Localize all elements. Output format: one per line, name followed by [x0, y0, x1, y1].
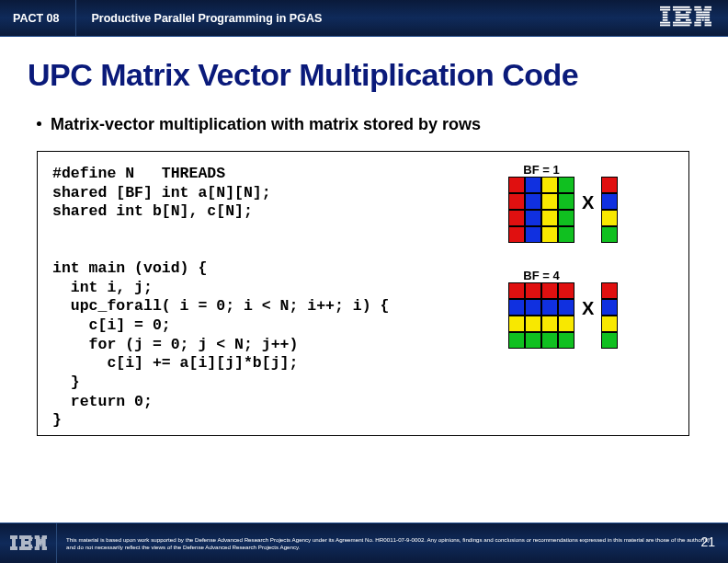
svg-rect-11 [686, 11, 691, 13]
svg-rect-49 [21, 545, 25, 546]
svg-rect-53 [34, 535, 39, 536]
svg-rect-16 [673, 22, 692, 24]
bf4-vector [601, 282, 618, 349]
page-number: 21 [700, 534, 715, 549]
svg-rect-17 [673, 24, 690, 26]
svg-rect-5 [663, 19, 668, 21]
svg-rect-29 [702, 19, 704, 21]
svg-rect-0 [660, 6, 670, 8]
bf4-matrix-wrap: BF = 4 [508, 269, 574, 349]
svg-rect-35 [10, 535, 17, 536]
svg-rect-4 [663, 17, 668, 18]
bf1-matrix [508, 177, 574, 243]
svg-rect-40 [12, 545, 16, 546]
svg-rect-31 [694, 22, 700, 24]
svg-rect-9 [673, 9, 692, 11]
svg-rect-69 [41, 548, 46, 549]
bf4-matrix [508, 282, 574, 349]
svg-rect-7 [660, 24, 670, 26]
bullet-text: Matrix-vector multiplication with matrix… [51, 115, 481, 133]
svg-rect-64 [40, 545, 40, 546]
bf4-group: BF = 4 X [508, 269, 674, 349]
ibm-logo-icon [660, 6, 711, 33]
svg-rect-24 [696, 14, 710, 16]
footer-disclaimer: This material is based upon work support… [57, 536, 728, 551]
svg-rect-6 [660, 22, 670, 24]
slide-title: UPC Matrix Vector Multiplication Code [28, 57, 700, 93]
svg-rect-41 [10, 546, 17, 547]
svg-rect-25 [696, 17, 701, 18]
svg-rect-38 [12, 541, 16, 542]
header-bar: PACT 08 Productive Parallel Programming … [0, 0, 728, 37]
svg-rect-22 [696, 11, 702, 13]
svg-rect-33 [694, 24, 700, 26]
footer-bar: This material is based upon work support… [0, 523, 728, 563]
svg-rect-26 [701, 17, 705, 18]
x-label-2: X [582, 298, 594, 319]
svg-rect-67 [41, 546, 46, 547]
svg-rect-32 [705, 22, 711, 24]
svg-rect-15 [686, 19, 691, 21]
svg-rect-45 [21, 539, 25, 540]
svg-rect-19 [705, 6, 711, 8]
diagrams: BF = 1 X BF = 4 X [508, 163, 674, 349]
svg-rect-47 [21, 541, 31, 542]
svg-rect-1 [660, 9, 670, 11]
bf1-group: BF = 1 X [508, 163, 674, 243]
svg-rect-30 [705, 19, 711, 21]
svg-rect-36 [10, 537, 17, 538]
svg-rect-14 [676, 19, 681, 21]
svg-rect-50 [28, 545, 32, 546]
slide-content: UPC Matrix Vector Multiplication Code Ma… [0, 37, 728, 436]
svg-rect-2 [663, 11, 668, 13]
code-box: #define N THREADS shared [BF] int a[N][N… [37, 151, 689, 436]
header-tab: PACT 08 [0, 0, 76, 36]
svg-rect-20 [694, 9, 701, 11]
svg-rect-10 [676, 11, 681, 13]
svg-rect-12 [676, 14, 689, 16]
svg-rect-13 [676, 17, 689, 18]
svg-rect-43 [19, 535, 31, 536]
svg-rect-28 [696, 19, 701, 21]
svg-rect-51 [19, 546, 33, 547]
bullet-dot-icon [37, 121, 41, 126]
bullet-line: Matrix-vector multiplication with matrix… [37, 115, 700, 134]
svg-rect-65 [41, 545, 45, 546]
bf1-label: BF = 1 [523, 163, 559, 177]
svg-rect-48 [21, 543, 31, 544]
svg-rect-57 [36, 539, 40, 540]
x-label-1: X [582, 192, 594, 213]
svg-rect-68 [34, 548, 39, 549]
bf1-vector [601, 177, 618, 243]
svg-rect-54 [41, 535, 46, 536]
svg-rect-62 [41, 543, 45, 544]
bf1-matrix-wrap: BF = 1 [508, 163, 574, 243]
header-left: PACT 08 Productive Parallel Programming … [0, 0, 322, 36]
svg-rect-37 [12, 539, 16, 540]
svg-rect-39 [12, 543, 16, 544]
svg-rect-59 [36, 541, 46, 542]
svg-rect-27 [705, 17, 711, 18]
svg-rect-61 [40, 543, 42, 544]
svg-rect-63 [36, 545, 40, 546]
bf4-label: BF = 4 [523, 269, 559, 282]
svg-rect-34 [705, 24, 711, 26]
svg-rect-60 [36, 543, 40, 544]
svg-rect-18 [694, 6, 700, 8]
svg-rect-46 [28, 539, 32, 540]
svg-rect-8 [673, 6, 690, 8]
svg-rect-23 [703, 11, 710, 13]
svg-rect-3 [663, 14, 668, 16]
svg-rect-56 [41, 537, 47, 538]
svg-rect-42 [10, 548, 17, 549]
header-title: Productive Parallel Programming in PGAS [76, 12, 322, 25]
svg-rect-52 [19, 548, 31, 549]
svg-rect-55 [34, 537, 40, 538]
svg-rect-21 [704, 9, 711, 11]
svg-rect-66 [34, 546, 39, 547]
footer-logo-icon [0, 523, 57, 563]
svg-rect-58 [40, 539, 45, 540]
svg-rect-44 [19, 537, 33, 538]
